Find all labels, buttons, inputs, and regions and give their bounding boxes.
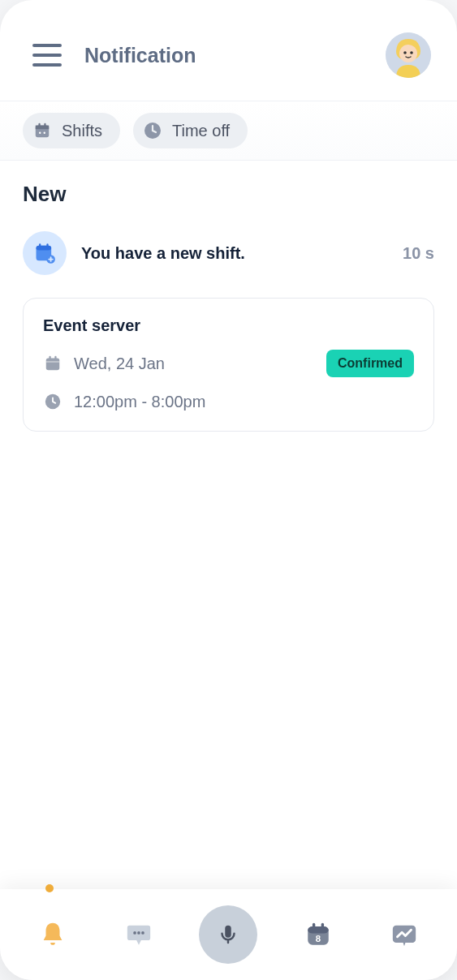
svg-point-3 bbox=[410, 51, 413, 54]
status-badge: Confirmed bbox=[326, 350, 414, 377]
new-shift-icon bbox=[23, 231, 67, 275]
shift-time: 12:00pm - 8:00pm bbox=[74, 393, 205, 411]
mic-icon bbox=[216, 922, 240, 947]
avatar[interactable] bbox=[386, 32, 431, 78]
filter-chip-label: Shifts bbox=[62, 122, 102, 140]
active-indicator-dot bbox=[45, 884, 54, 892]
shift-card-title: Event server bbox=[43, 316, 414, 335]
app-window: Notification Shifts Time off bbox=[0, 0, 457, 980]
svg-point-1 bbox=[399, 45, 417, 62]
svg-point-9 bbox=[44, 132, 45, 134]
notification-time: 10 s bbox=[403, 244, 434, 263]
svg-point-8 bbox=[39, 132, 41, 134]
svg-rect-25 bbox=[227, 939, 230, 943]
svg-point-23 bbox=[141, 931, 144, 935]
svg-rect-29 bbox=[321, 923, 323, 929]
clock-icon bbox=[43, 392, 63, 411]
svg-point-21 bbox=[133, 931, 136, 935]
svg-rect-7 bbox=[44, 123, 45, 128]
chat-icon bbox=[125, 921, 153, 948]
bottom-nav: 8 bbox=[0, 889, 457, 980]
svg-rect-18 bbox=[54, 356, 56, 361]
svg-text:8: 8 bbox=[316, 934, 321, 943]
calendar-icon bbox=[31, 119, 54, 142]
avatar-icon bbox=[386, 32, 431, 78]
nav-schedule[interactable]: 8 bbox=[292, 909, 344, 961]
svg-point-22 bbox=[137, 931, 140, 935]
svg-rect-27 bbox=[308, 926, 329, 934]
nav-voice[interactable] bbox=[199, 905, 257, 964]
filter-bar: Shifts Time off bbox=[0, 101, 457, 161]
notification-row[interactable]: You have a new shift. 10 s bbox=[23, 231, 434, 275]
svg-rect-14 bbox=[46, 243, 48, 248]
svg-rect-5 bbox=[36, 126, 50, 130]
nav-notifications[interactable] bbox=[27, 909, 79, 961]
svg-rect-24 bbox=[226, 926, 232, 938]
shift-time-row: 12:00pm - 8:00pm bbox=[43, 392, 414, 411]
svg-rect-17 bbox=[49, 356, 50, 361]
section-heading: New bbox=[23, 182, 434, 207]
content-area: New You have a new shift. 10 s Event ser… bbox=[0, 161, 457, 889]
svg-rect-16 bbox=[46, 359, 60, 371]
notification-title: You have a new shift. bbox=[81, 244, 388, 263]
nav-insights[interactable] bbox=[378, 909, 430, 961]
nav-messages[interactable] bbox=[113, 909, 165, 961]
bell-icon bbox=[39, 921, 67, 948]
trend-icon bbox=[390, 921, 418, 948]
shift-date-row: Wed, 24 Jan Confirmed bbox=[43, 350, 414, 377]
svg-rect-28 bbox=[313, 923, 315, 929]
filter-chip-label: Time off bbox=[172, 122, 230, 140]
menu-button[interactable] bbox=[32, 44, 62, 67]
header: Notification bbox=[0, 0, 457, 101]
svg-rect-19 bbox=[46, 361, 60, 362]
svg-rect-12 bbox=[37, 246, 52, 251]
svg-rect-6 bbox=[38, 123, 40, 128]
calendar-icon: 8 bbox=[304, 921, 332, 948]
shift-card[interactable]: Event server Wed, 24 Jan Confirmed 12:00… bbox=[23, 298, 434, 432]
shift-date: Wed, 24 Jan bbox=[74, 355, 165, 373]
calendar-icon bbox=[43, 354, 63, 373]
svg-rect-13 bbox=[39, 243, 41, 248]
page-title: Notification bbox=[84, 44, 196, 67]
clock-icon bbox=[141, 119, 164, 142]
menu-icon bbox=[32, 44, 62, 47]
filter-chip-timeoff[interactable]: Time off bbox=[133, 113, 248, 148]
svg-point-2 bbox=[403, 51, 407, 54]
filter-chip-shifts[interactable]: Shifts bbox=[23, 113, 120, 148]
